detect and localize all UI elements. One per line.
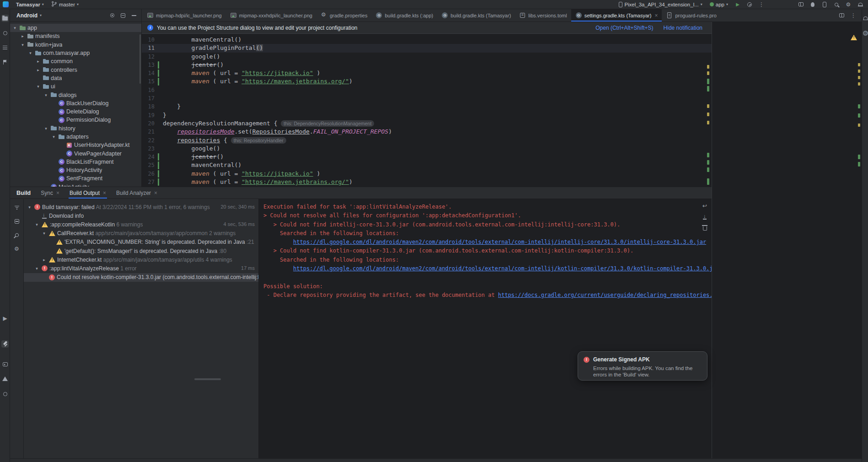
chevron-down-icon[interactable]: ▾ (12, 26, 18, 30)
code-line[interactable]: 21 repositoriesMode.set(RepositoriesMode… (142, 128, 712, 136)
terminal-toolwindow-icon[interactable] (1, 360, 9, 368)
editor-tab[interactable]: proguard-rules.pro (662, 9, 721, 21)
project-tree-item[interactable]: ▾kotlin+java (10, 41, 141, 49)
project-tree-item[interactable]: ▾com.tamasyar.app (10, 49, 141, 57)
build-tree-item[interactable]: ▾Build tamasyar: failed At 3/22/2024 11:… (24, 203, 258, 211)
open-project-structure-link[interactable]: Open (Ctrl+Alt+Shift+S) (595, 25, 653, 31)
project-tree-item[interactable]: ▾adapters (10, 133, 141, 141)
device-selector[interactable]: Pixel_3a_API_34_extension_l... ▾ (616, 1, 705, 8)
project-toolwindow-icon[interactable] (1, 15, 9, 22)
chevron-right-icon[interactable]: ▸ (20, 34, 26, 38)
chevron-down-icon[interactable]: ▾ (43, 126, 49, 131)
problems-toolwindow-icon[interactable] (1, 375, 9, 382)
chevron-down-icon[interactable]: ▾ (34, 222, 40, 227)
inspections-widget-icon[interactable] (851, 35, 857, 42)
code-line[interactable]: 22 repositories { this: RepositoryHandle… (142, 136, 712, 145)
chevron-down-icon[interactable]: ▾ (34, 266, 40, 271)
build-tree-item[interactable]: 'EXTRA_INCOMING_NUMBER: String' is depre… (24, 238, 258, 247)
editor-tab[interactable]: build.gradle.kts (:app) (371, 9, 437, 21)
chevron-down-icon[interactable]: ▾ (43, 93, 49, 97)
notification-toast[interactable]: Generate Signed APK Errors while buildin… (578, 351, 707, 381)
locate-file-icon[interactable] (108, 12, 116, 19)
structure-toolwindow-icon[interactable] (1, 44, 9, 51)
code-line[interactable]: 18 } (142, 102, 712, 111)
code-line[interactable]: 20dependencyResolutionManagement { this:… (142, 119, 712, 128)
build-tab[interactable]: Build Output× (70, 187, 106, 199)
build-tab[interactable]: Sync× (41, 187, 59, 199)
project-tree-item[interactable]: ▾history (10, 124, 141, 133)
close-tab-icon[interactable]: × (103, 190, 106, 196)
editor-options-icon[interactable]: ⋮ (850, 12, 857, 19)
project-tree-item[interactable]: ▸controllers (10, 65, 141, 74)
code-line[interactable]: 13 jcenter() (142, 61, 712, 69)
hide-panel-icon[interactable] (130, 12, 138, 19)
project-tree-item[interactable]: ▸common (10, 57, 141, 65)
code-line[interactable]: 25 mavenCentral() (142, 161, 712, 169)
close-tab-icon[interactable]: × (654, 12, 658, 19)
code-line[interactable]: 14 maven ( url = "https://jitpack.io" ) (142, 69, 712, 77)
build-tree-hscrollbar[interactable] (194, 378, 221, 380)
filter-messages-icon[interactable] (13, 204, 21, 212)
project-tree-item[interactable]: ▾ui (10, 82, 141, 91)
run-button[interactable]: ▶ (733, 1, 743, 8)
project-tree-item[interactable]: BlackUserDialog (10, 99, 141, 107)
project-tree-item[interactable]: DeleteDialog (10, 107, 141, 116)
chevron-down-icon[interactable]: ▾ (27, 205, 32, 210)
notifications-toolwindow-icon[interactable] (862, 15, 868, 22)
project-selector[interactable]: Tamasyar ▾ (13, 1, 47, 8)
console-link[interactable]: https://dl.google.com/dl/android/maven2/… (293, 265, 712, 272)
expand-all-icon[interactable] (13, 217, 21, 226)
code-area[interactable]: 10 mavenCentral()11 gradlePluginPortal()… (142, 34, 712, 187)
project-tree-item[interactable]: MainActivity (10, 183, 141, 187)
chevron-down-icon[interactable]: ▾ (20, 43, 26, 47)
project-tree-item[interactable]: ▾dialogs (10, 91, 141, 99)
code-line[interactable]: 26 maven ( url = "https://jitpack.io" ) (142, 170, 712, 178)
console-link[interactable]: https://dl.google.com/dl/android/maven2/… (293, 239, 706, 245)
scroll-to-end-icon[interactable] (701, 213, 709, 221)
gradle-toolwindow-icon[interactable]: G (862, 29, 868, 37)
editor-tab[interactable]: libs.versions.toml (515, 9, 571, 21)
device-mirror-icon[interactable] (820, 1, 830, 8)
close-tab-icon[interactable]: × (56, 190, 59, 196)
build-tab[interactable]: Build Analyzer× (116, 187, 157, 199)
editor-tab[interactable]: mipmap-xxxhdpi/ic_launcher.png (226, 9, 316, 21)
version-control-toolwindow-icon[interactable] (1, 390, 9, 398)
main-menu-icon[interactable] (3, 1, 9, 7)
close-tab-icon[interactable]: × (154, 190, 157, 196)
build-tree-item[interactable]: ▾CallReceiver.kt app/src/main/java/com/t… (24, 229, 258, 238)
run-toolwindow-icon[interactable]: ▶ (1, 315, 9, 322)
split-editor-icon[interactable] (838, 12, 845, 19)
console-link[interactable]: https://docs.gradle.org/current/userguid… (498, 292, 712, 298)
project-tree-scrollbar[interactable] (139, 34, 141, 84)
profiler-icon[interactable] (745, 1, 755, 8)
code-line[interactable]: 19} (142, 111, 712, 119)
code-line[interactable]: 16 (142, 86, 712, 94)
hide-notification-link[interactable]: Hide notification (664, 25, 702, 31)
build-tree-item[interactable]: Could not resolve kotlin-compiler-31.3.0… (24, 273, 258, 282)
build-tree-item[interactable]: Download info (24, 211, 258, 220)
project-view-selector[interactable]: Android ▾ (14, 11, 44, 20)
chevron-right-icon[interactable]: ▸ (41, 258, 47, 262)
chevron-right-icon[interactable]: ▸ (35, 59, 41, 64)
project-tree-item[interactable]: data (10, 74, 141, 82)
editor-tab[interactable]: gradle.properties (316, 9, 372, 21)
bug-icon[interactable] (808, 1, 818, 8)
run-configuration-selector[interactable]: app ▾ (707, 1, 731, 8)
build-settings-icon[interactable]: ⚙ (13, 245, 21, 253)
chevron-down-icon[interactable]: ▾ (35, 84, 41, 89)
project-tree-item[interactable]: HistoryActivity (10, 166, 141, 174)
settings-icon[interactable]: ⚙ (843, 1, 853, 8)
build-toolwindow-icon[interactable] (1, 340, 9, 348)
editor-tab[interactable]: mipmap-hdpi/ic_launcher.png (143, 9, 226, 21)
code-line[interactable]: 27 maven ( url = "https://maven.jetbrain… (142, 178, 712, 186)
layout-windows-icon[interactable] (796, 1, 806, 8)
code-line[interactable]: 12 google() (142, 53, 712, 61)
code-line[interactable]: 24 jcenter() (142, 153, 712, 161)
search-icon[interactable] (831, 1, 841, 8)
editor-tab[interactable]: build.gradle.kts (Tamasyar) (437, 9, 515, 21)
project-tree-item[interactable]: PermissionDialog (10, 116, 141, 124)
project-tree-item[interactable]: ▸manifests (10, 32, 141, 40)
project-tree-item[interactable]: UserHistoryAdapter.kt (10, 141, 141, 149)
code-line[interactable]: 17 (142, 94, 712, 102)
split-error-stripe[interactable] (857, 49, 861, 458)
